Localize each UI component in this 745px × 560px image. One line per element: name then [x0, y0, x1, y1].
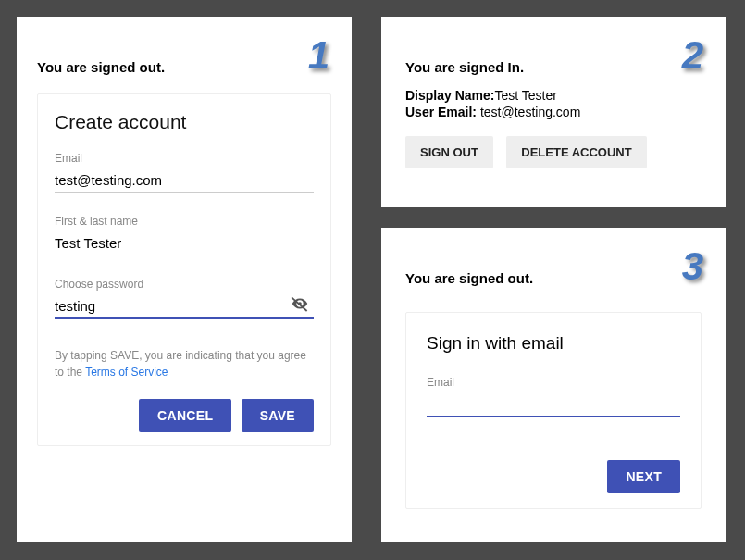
- create-account-card: Create account Email First & last name C…: [37, 93, 331, 446]
- email-field-group: Email: [55, 152, 314, 193]
- email-input[interactable]: [427, 392, 680, 417]
- card-title: Create account: [55, 111, 314, 133]
- email-label: Email: [55, 152, 314, 165]
- name-label: First & last name: [55, 215, 314, 228]
- status-text: You are signed out.: [405, 270, 702, 286]
- password-input[interactable]: [55, 294, 314, 319]
- panel-signed-in: 2 You are signed In. Display Name:Test T…: [381, 17, 726, 207]
- status-text: You are signed out.: [37, 59, 331, 75]
- name-input[interactable]: [55, 231, 314, 255]
- email-input[interactable]: [55, 168, 314, 193]
- visibility-off-icon[interactable]: [290, 293, 310, 314]
- status-text: You are signed In.: [405, 59, 702, 75]
- step-number-2: 2: [682, 33, 702, 78]
- tos-text: By tapping SAVE, you are indicating that…: [55, 347, 314, 380]
- user-info: Display Name:Test Tester User Email: tes…: [405, 88, 702, 119]
- password-label: Choose password: [55, 278, 314, 291]
- save-button[interactable]: SAVE: [242, 399, 314, 432]
- button-row: NEXT: [427, 460, 680, 493]
- panel-sign-in: 3 You are signed out. Sign in with email…: [381, 228, 726, 542]
- email-label: Email: [427, 376, 680, 389]
- email-field-group: Email: [427, 376, 680, 417]
- display-name-label: Display Name:: [405, 88, 494, 103]
- button-row: CANCEL SAVE: [55, 399, 314, 432]
- step-number-1: 1: [308, 33, 328, 78]
- sign-in-card: Sign in with email Email NEXT: [405, 312, 702, 509]
- tos-link[interactable]: Terms of Service: [85, 366, 168, 379]
- panel-create-account: 1 You are signed out. Create account Ema…: [17, 17, 352, 542]
- display-name-value: Test Tester: [494, 88, 556, 103]
- delete-account-button[interactable]: DELETE ACCOUNT: [506, 136, 646, 168]
- user-email-value: test@testing.com: [480, 105, 580, 119]
- cancel-button[interactable]: CANCEL: [139, 399, 231, 432]
- sign-out-button[interactable]: SIGN OUT: [405, 136, 493, 168]
- step-number-3: 3: [682, 244, 702, 289]
- password-field-group: Choose password: [55, 278, 314, 319]
- name-field-group: First & last name: [55, 215, 314, 255]
- button-row: SIGN OUT DELETE ACCOUNT: [405, 136, 702, 168]
- next-button[interactable]: NEXT: [607, 460, 680, 493]
- user-email-line: User Email: test@testing.com: [405, 105, 702, 119]
- display-name-line: Display Name:Test Tester: [405, 88, 702, 103]
- card-title: Sign in with email: [427, 333, 680, 354]
- user-email-label: User Email:: [405, 105, 480, 119]
